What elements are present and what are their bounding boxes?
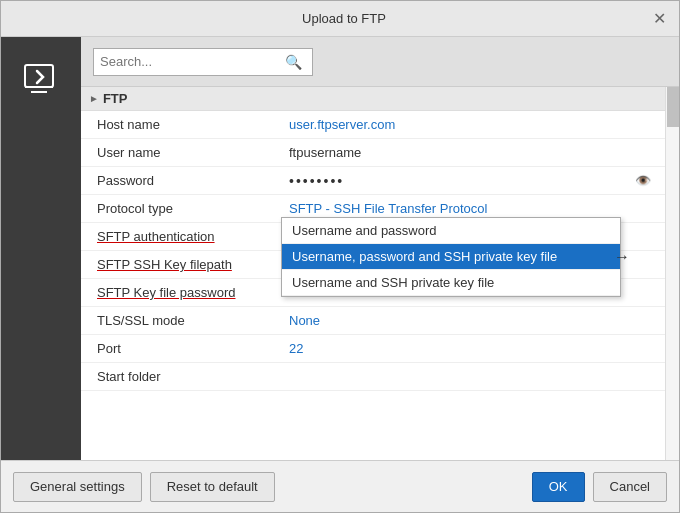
eye-icon[interactable]: 👁️ bbox=[635, 173, 651, 188]
ftp-icon bbox=[21, 57, 61, 104]
label-sftp-keypath: SFTP SSH Key filepath bbox=[81, 252, 281, 277]
search-button[interactable]: 🔍 bbox=[285, 54, 302, 70]
svg-rect-0 bbox=[25, 65, 53, 87]
value-username[interactable]: ftpusername bbox=[281, 140, 679, 165]
dialog-body: 🔍 ► FTP Host name user.ftpserver.com Use… bbox=[1, 37, 679, 460]
value-port[interactable]: 22 bbox=[281, 336, 679, 361]
collapse-icon: ► bbox=[89, 93, 99, 104]
field-row-password: Password •••••••• 👁️ bbox=[81, 167, 679, 195]
ok-button[interactable]: OK bbox=[532, 472, 585, 502]
field-row-startfolder: Start folder bbox=[81, 363, 679, 391]
label-sftp-keypwd: SFTP Key file password bbox=[81, 280, 281, 305]
sidebar bbox=[1, 37, 81, 460]
label-sftp-auth: SFTP authentication bbox=[81, 224, 281, 249]
field-row-username: User name ftpusername bbox=[81, 139, 679, 167]
search-input[interactable] bbox=[100, 54, 285, 69]
label-username: User name bbox=[81, 140, 281, 165]
value-hostname[interactable]: user.ftpserver.com bbox=[281, 112, 679, 137]
general-settings-button[interactable]: General settings bbox=[13, 472, 142, 502]
mouse-cursor-icon: → bbox=[614, 248, 630, 266]
field-row-tls: TLS/SSL mode None bbox=[81, 307, 679, 335]
cancel-button[interactable]: Cancel bbox=[593, 472, 667, 502]
search-icon: 🔍 bbox=[285, 54, 302, 70]
footer: General settings Reset to default OK Can… bbox=[1, 460, 679, 512]
label-password: Password bbox=[81, 168, 281, 193]
section-header: ► FTP bbox=[81, 87, 679, 111]
main-area: 🔍 ► FTP Host name user.ftpserver.com Use… bbox=[81, 37, 679, 460]
search-input-wrap[interactable]: 🔍 bbox=[93, 48, 313, 76]
sftp-auth-dropdown: Username and password Username, password… bbox=[281, 217, 621, 297]
scroll-thumb[interactable] bbox=[667, 87, 679, 127]
value-password[interactable]: •••••••• 👁️ bbox=[281, 168, 679, 194]
title-bar: Upload to FTP ✕ bbox=[1, 1, 679, 37]
field-row-port: Port 22 bbox=[81, 335, 679, 363]
field-row-hostname: Host name user.ftpserver.com bbox=[81, 111, 679, 139]
label-startfolder: Start folder bbox=[81, 364, 281, 389]
close-button[interactable]: ✕ bbox=[647, 7, 671, 31]
password-dots: •••••••• bbox=[289, 173, 344, 189]
upload-to-ftp-dialog: Upload to FTP ✕ 🔍 bbox=[0, 0, 680, 513]
label-protocol: Protocol type bbox=[81, 196, 281, 221]
dialog-title: Upload to FTP bbox=[41, 11, 647, 26]
value-startfolder[interactable] bbox=[281, 372, 679, 382]
section-label: FTP bbox=[103, 91, 128, 106]
search-bar: 🔍 bbox=[81, 37, 679, 87]
label-hostname: Host name bbox=[81, 112, 281, 137]
label-port: Port bbox=[81, 336, 281, 361]
value-tls[interactable]: None bbox=[281, 308, 679, 333]
content-area: ► FTP Host name user.ftpserver.com User … bbox=[81, 87, 679, 460]
dropdown-item-1[interactable]: Username, password and SSH private key f… bbox=[282, 244, 620, 270]
dropdown-item-2[interactable]: Username and SSH private key file bbox=[282, 270, 620, 296]
dropdown-item-0[interactable]: Username and password bbox=[282, 218, 620, 244]
label-tls: TLS/SSL mode bbox=[81, 308, 281, 333]
scrollbar[interactable] bbox=[665, 87, 679, 460]
reset-button[interactable]: Reset to default bbox=[150, 472, 275, 502]
